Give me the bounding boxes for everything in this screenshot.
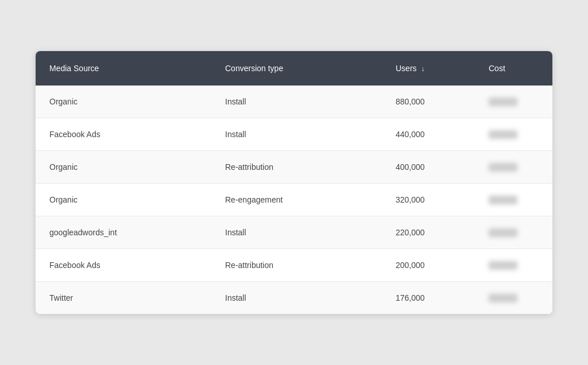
table-row: OrganicInstall880,000$0.00	[36, 86, 552, 118]
cell-media-source: Facebook Ads	[36, 118, 211, 151]
blurred-cost-value: $0.00	[489, 261, 517, 270]
blurred-cost-value: $0.00	[489, 228, 517, 237]
cell-cost: $0.00	[475, 249, 552, 282]
cell-conversion-type: Install	[211, 282, 382, 314]
cell-users: 440,000	[382, 118, 475, 151]
cell-cost: $0.00	[475, 282, 552, 314]
cell-conversion-type: Install	[211, 86, 382, 118]
header-users[interactable]: Users ↓	[382, 51, 475, 86]
cell-cost: $0.00	[475, 86, 552, 118]
blurred-cost-value: $0.00	[489, 294, 517, 302]
cell-media-source: Organic	[36, 151, 211, 184]
cell-media-source: Organic	[36, 184, 211, 216]
cell-media-source: Twitter	[36, 282, 211, 314]
header-cost[interactable]: Cost	[475, 51, 552, 86]
cell-media-source: Organic	[36, 86, 211, 118]
table-row: Facebook AdsInstall440,000$0.00	[36, 118, 552, 151]
cell-cost: $0.00	[475, 118, 552, 151]
blurred-cost-value: $0.00	[489, 163, 517, 172]
cell-users: 880,000	[382, 86, 475, 118]
cell-conversion-type: Re-attribution	[211, 249, 382, 282]
cell-conversion-type: Re-engagement	[211, 184, 382, 216]
cell-users: 320,000	[382, 184, 475, 216]
cell-cost: $0.00	[475, 151, 552, 184]
table-row: OrganicRe-engagement320,000$0.00	[36, 184, 552, 216]
data-table-card: Media Source Conversion type Users ↓ Cos…	[36, 51, 552, 314]
table-row: TwitterInstall176,000$0.00	[36, 282, 552, 314]
cell-users: 176,000	[382, 282, 475, 314]
table-header-row: Media Source Conversion type Users ↓ Cos…	[36, 51, 552, 86]
table-row: OrganicRe-attribution400,000$0.00	[36, 151, 552, 184]
blurred-cost-value: $0.00	[489, 130, 517, 139]
data-table: Media Source Conversion type Users ↓ Cos…	[36, 51, 552, 314]
cell-conversion-type: Install	[211, 216, 382, 249]
cell-users: 200,000	[382, 249, 475, 282]
cell-cost: $0.00	[475, 216, 552, 249]
cell-conversion-type: Install	[211, 118, 382, 151]
blurred-cost-value: $0.00	[489, 98, 517, 106]
header-media-source[interactable]: Media Source	[36, 51, 211, 86]
header-conversion-type[interactable]: Conversion type	[211, 51, 382, 86]
cell-cost: $0.00	[475, 184, 552, 216]
cell-media-source: googleadwords_int	[36, 216, 211, 249]
cell-conversion-type: Re-attribution	[211, 151, 382, 184]
table-row: Facebook AdsRe-attribution200,000$0.00	[36, 249, 552, 282]
table-row: googleadwords_intInstall220,000$0.00	[36, 216, 552, 249]
cell-users: 400,000	[382, 151, 475, 184]
cell-users: 220,000	[382, 216, 475, 249]
cell-media-source: Facebook Ads	[36, 249, 211, 282]
sort-desc-icon: ↓	[421, 65, 424, 73]
blurred-cost-value: $0.00	[489, 196, 517, 204]
